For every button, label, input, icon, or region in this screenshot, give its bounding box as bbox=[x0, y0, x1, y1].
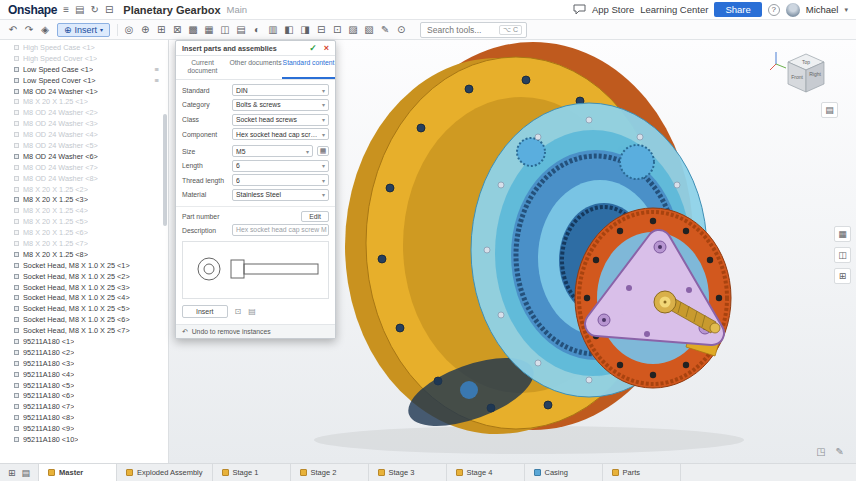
tabbar-icon[interactable]: ⊞ bbox=[8, 468, 16, 478]
header-menu-icon[interactable]: ≡ bbox=[63, 5, 69, 15]
toolbar-icon[interactable]: ⊕ bbox=[138, 25, 152, 35]
toolbar-icon[interactable]: ↷ bbox=[22, 25, 36, 35]
instance-row[interactable]: 95211A180 <6> ≡ bbox=[0, 391, 168, 402]
instance-row[interactable]: M8 X 20 X 1.25 <1> ≡ bbox=[0, 96, 168, 107]
comment-icon[interactable] bbox=[573, 4, 586, 15]
toolbar-icon[interactable]: ↶ bbox=[6, 25, 20, 35]
instance-row[interactable]: M8 X 20 X 1.25 <5> ≡ bbox=[0, 216, 168, 227]
viewport-bottom-icon[interactable]: ◳ bbox=[816, 446, 825, 457]
toolbar-icon[interactable]: ▤ bbox=[234, 25, 248, 35]
instance-row[interactable]: 95211A180 <8> ≡ bbox=[0, 412, 168, 423]
instance-row[interactable]: 95211A180 <3> ≡ bbox=[0, 358, 168, 369]
toolbar-icon[interactable]: ⊠ bbox=[170, 25, 184, 35]
instance-row[interactable]: M8 X 20 X 1.25 <3> ≡ bbox=[0, 194, 168, 205]
toolbar-icon[interactable]: ◧ bbox=[282, 25, 296, 35]
document-tab[interactable]: Casing bbox=[525, 464, 603, 481]
header-menu-icon[interactable]: ↻ bbox=[91, 5, 99, 15]
document-tab[interactable]: Parts bbox=[603, 464, 681, 481]
tabbar-icon[interactable]: ▤ bbox=[22, 468, 31, 478]
instance-row[interactable]: M8 OD 24 Washer <4> ≡ bbox=[0, 129, 168, 140]
instance-row[interactable]: M8 X 20 X 1.25 <7> ≡ bbox=[0, 238, 168, 249]
app-store-link[interactable]: App Store bbox=[592, 4, 634, 15]
learning-center-link[interactable]: Learning Center bbox=[640, 4, 708, 15]
toolbar-icon[interactable]: ▧ bbox=[362, 25, 376, 35]
toolbar-icon[interactable]: ⊞ bbox=[154, 25, 168, 35]
field-select[interactable]: Bolts & screws ▾ bbox=[232, 99, 329, 111]
instance-row[interactable]: M8 OD 24 Washer <5> ≡ bbox=[0, 140, 168, 151]
search-tools-box[interactable]: ⌥ C bbox=[420, 22, 527, 38]
row-menu-icon[interactable]: ≡ bbox=[155, 65, 159, 74]
document-tab[interactable]: Stage 2 bbox=[291, 464, 369, 481]
field-select[interactable]: Hex socket head cap screw DIN 912 ▾ bbox=[232, 128, 329, 140]
dialog-tab[interactable]: Current document bbox=[176, 56, 229, 79]
instance-row[interactable]: 95211A180 <1> ≡ bbox=[0, 336, 168, 347]
dialog-titlebar[interactable]: Insert parts and assemblies ✓ × bbox=[176, 41, 335, 56]
config-table-icon[interactable]: ▦ bbox=[317, 146, 329, 156]
viewport-side-icon[interactable]: ▦ bbox=[834, 226, 851, 242]
instance-row[interactable]: Socket Head, M8 X 1.0 X 25 <2> ≡ bbox=[0, 271, 168, 282]
share-button[interactable]: Share bbox=[714, 2, 761, 17]
instance-row[interactable]: M8 OD 24 Washer <1> ≡ bbox=[0, 86, 168, 97]
help-icon[interactable]: ? bbox=[768, 4, 780, 16]
view-cube[interactable]: Top Front Right bbox=[770, 48, 828, 100]
instance-row[interactable]: 95211A180 <4> ≡ bbox=[0, 369, 168, 380]
instance-row[interactable]: 95211A180 <10> ≡ bbox=[0, 434, 168, 445]
view-cube-right-label[interactable]: Right bbox=[809, 71, 821, 77]
instance-row[interactable]: M8 OD 24 Washer <7> ≡ bbox=[0, 162, 168, 173]
document-tab[interactable]: Stage 3 bbox=[369, 464, 447, 481]
avatar[interactable] bbox=[786, 3, 800, 17]
document-tab[interactable]: Stage 4 bbox=[447, 464, 525, 481]
instance-row[interactable]: M8 OD 24 Washer <8> ≡ bbox=[0, 173, 168, 184]
toolbar-icon[interactable]: ⊟ bbox=[314, 25, 328, 35]
instance-row[interactable]: M8 OD 24 Washer <6> ≡ bbox=[0, 151, 168, 162]
field-select[interactable]: 6 ▾ bbox=[232, 160, 329, 172]
toolbar-icon[interactable]: ▩ bbox=[186, 25, 200, 35]
field-select[interactable]: Socket head screws ▾ bbox=[232, 114, 329, 126]
instance-row[interactable]: Socket Head, M8 X 1.0 X 25 <4> ≡ bbox=[0, 292, 168, 303]
instance-row[interactable]: Socket Head, M8 X 1.0 X 25 <6> ≡ bbox=[0, 314, 168, 325]
dialog-accept-icon[interactable]: ✓ bbox=[309, 44, 317, 53]
instance-row[interactable]: 95211A180 <9> ≡ bbox=[0, 423, 168, 434]
document-tab[interactable]: Stage 1 bbox=[213, 464, 291, 481]
user-menu-caret-icon[interactable]: ▾ bbox=[844, 6, 848, 14]
document-version[interactable]: Main bbox=[227, 4, 248, 15]
insert-action-icon[interactable]: ⊡ bbox=[235, 307, 242, 316]
edit-part-number-button[interactable]: Edit bbox=[301, 211, 329, 222]
toolbar-icon[interactable]: ◐ bbox=[250, 25, 264, 35]
instance-row[interactable]: M8 X 20 X 1.25 <2> ≡ bbox=[0, 184, 168, 195]
instance-row[interactable]: 95211A180 <2> ≡ bbox=[0, 347, 168, 358]
user-menu[interactable]: Michael bbox=[806, 4, 839, 15]
toolbar-icon[interactable]: ◫ bbox=[218, 25, 232, 35]
dialog-tab[interactable]: Other documents bbox=[229, 56, 282, 79]
field-select[interactable]: 6 ▾ bbox=[232, 174, 329, 186]
field-select[interactable]: DIN ▾ bbox=[232, 84, 329, 96]
dialog-tab[interactable]: Standard content bbox=[282, 56, 335, 79]
document-tab[interactable]: Master bbox=[39, 464, 117, 481]
toolbar-icon[interactable]: ◨ bbox=[298, 25, 312, 35]
instance-row[interactable]: Socket Head, M8 X 1.0 X 25 <1> ≡ bbox=[0, 260, 168, 271]
instances-scrollbar[interactable] bbox=[163, 114, 167, 226]
instance-row[interactable]: High Speed Case <1> ≡ bbox=[0, 42, 168, 53]
toolbar-icon[interactable]: ✎ bbox=[378, 25, 392, 35]
search-tools-input[interactable] bbox=[425, 24, 495, 36]
instance-row[interactable]: 95211A180 <5> ≡ bbox=[0, 380, 168, 391]
onshape-logo[interactable]: Onshape bbox=[8, 3, 57, 17]
toolbar-icon[interactable]: ◈ bbox=[38, 25, 52, 35]
instance-row[interactable]: 95211A180 <7> ≡ bbox=[0, 401, 168, 412]
document-tab[interactable]: Exploded Assembly bbox=[117, 464, 212, 481]
dialog-insert-button[interactable]: Insert bbox=[182, 305, 228, 318]
row-menu-icon[interactable]: ≡ bbox=[155, 76, 159, 85]
instance-row[interactable]: M8 OD 24 Washer <3> ≡ bbox=[0, 118, 168, 129]
toolbar-icon[interactable]: ◎ bbox=[122, 25, 136, 35]
projection-icon[interactable]: ▤ bbox=[821, 102, 838, 118]
insert-action-icon[interactable]: ▤ bbox=[248, 307, 256, 316]
viewport-side-icon[interactable]: ◫ bbox=[834, 247, 851, 263]
instance-row[interactable]: Socket Head, M8 X 1.0 X 25 <3> ≡ bbox=[0, 282, 168, 293]
instance-row[interactable]: Socket Head, M8 X 1.0 X 25 <5> ≡ bbox=[0, 303, 168, 314]
insert-button[interactable]: ⊕ Insert ▾ bbox=[57, 23, 110, 37]
toolbar-icon[interactable]: ⊡ bbox=[330, 25, 344, 35]
instance-row[interactable]: M8 X 20 X 1.25 <4> ≡ bbox=[0, 205, 168, 216]
header-menu-icon[interactable]: ⊟ bbox=[105, 5, 113, 15]
toolbar-icon[interactable]: ▨ bbox=[346, 25, 360, 35]
dialog-footer[interactable]: ↶ Undo to remove instances bbox=[176, 324, 335, 338]
